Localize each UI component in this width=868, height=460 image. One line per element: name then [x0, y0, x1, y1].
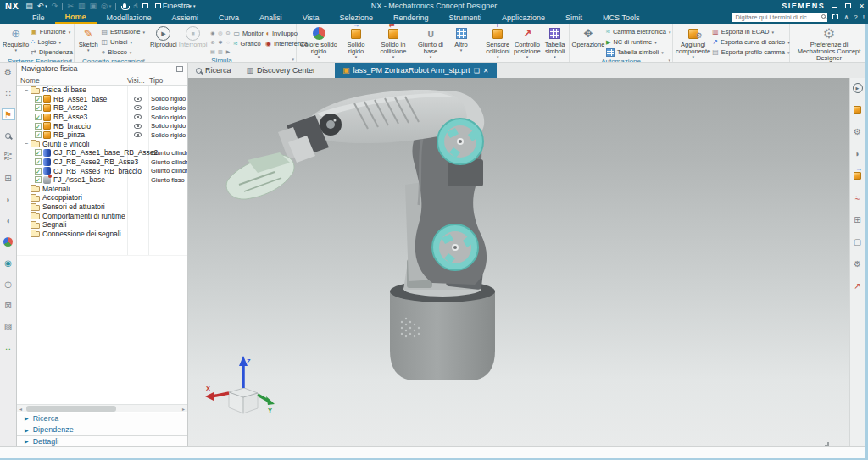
hd3d-tools-icon[interactable]: ◖: [2, 214, 15, 226]
measure-arrow-icon[interactable]: ↗: [852, 280, 864, 291]
tree-row-rb-asse3[interactable]: ✓ RB_Asse3 Solido rigido: [17, 113, 187, 122]
minimize-ribbon-icon[interactable]: ∧: [843, 14, 849, 21]
checkbox-checked[interactable]: ✓: [35, 168, 42, 175]
giunto-di-base-button[interactable]: ∪ Giunto di base▾: [415, 25, 447, 60]
restore-button[interactable]: [845, 3, 851, 10]
cavity-icon[interactable]: ▢: [852, 236, 864, 247]
unisci-button[interactable]: ◫Unisci▾: [101, 37, 145, 47]
history-icon[interactable]: ◷: [2, 278, 15, 290]
visibility-eye-icon[interactable]: [134, 97, 142, 102]
solido-rigido-button[interactable]: Solido rigido▾: [340, 25, 372, 60]
checkbox-checked[interactable]: ✓: [35, 149, 42, 156]
templates-icon[interactable]: ⊠: [2, 299, 15, 311]
solido-in-collisione-button[interactable]: Solido in collisione▾: [374, 25, 413, 60]
reuse-library-icon[interactable]: ◗: [2, 193, 15, 205]
tabella-simboli-auto-button[interactable]: Tabella simboli▾: [606, 47, 670, 57]
checkbox-checked[interactable]: ✓: [35, 131, 42, 138]
funzione-button[interactable]: ▣Funzione▾: [31, 27, 73, 36]
camma-elettronica-button[interactable]: ≈Camma elettronica▾: [606, 27, 670, 36]
minimize-button[interactable]: [832, 3, 837, 10]
sensore-collisioni-button[interactable]: Sensore collisioni▾: [484, 25, 512, 60]
visibility-eye-icon[interactable]: [134, 132, 142, 137]
interrompi-button[interactable]: ■ Interrompi: [179, 25, 208, 48]
menu-tab-analisi[interactable]: Analisi: [249, 12, 292, 24]
tab-ricerca[interactable]: Ricerca: [188, 63, 239, 78]
search-icon[interactable]: [821, 14, 826, 19]
record-icon[interactable]: ◎: [101, 2, 108, 10]
collapse-icon[interactable]: −: [25, 141, 31, 147]
tree-row-materiali[interactable]: Materiali: [17, 185, 187, 194]
save-icon[interactable]: ▤: [25, 2, 33, 10]
tree-row-fj-asse1-base[interactable]: ✓ FJ_Asse1_base Giunto fisso: [17, 175, 187, 185]
colore-solido-rigido-button[interactable]: Colore solido rigido▾: [299, 25, 338, 60]
controllo-posizione-button[interactable]: ↗ Controllo posizione▾: [514, 25, 542, 60]
checkbox-checked[interactable]: ✓: [35, 158, 42, 165]
checkbox-checked[interactable]: ✓: [35, 176, 42, 183]
command-search-input[interactable]: [732, 13, 827, 22]
esporta-profilo-camma-button[interactable]: ▤Esporta profilo camma▾: [712, 47, 790, 57]
tree-row-rb-pinza[interactable]: ✓ RB_pinza Solido rigido: [17, 130, 187, 140]
tree-row-cj1[interactable]: ✓ CJ_RB_Asse1_base_RB_Asse2 Giunto cilin…: [17, 148, 187, 158]
section-dipendenze[interactable]: ▶ Dipendenze: [17, 424, 187, 435]
menu-tab-simit[interactable]: Simit: [555, 12, 593, 24]
menu-tab-applicazione[interactable]: Applicazione: [492, 12, 555, 24]
record-caret-icon[interactable]: ▾: [109, 2, 112, 10]
copy-icon[interactable]: ▥: [78, 2, 86, 10]
scroll-left-icon[interactable]: ◂: [17, 406, 25, 412]
menu-tab-rendering[interactable]: Rendering: [383, 12, 439, 24]
paste-icon[interactable]: ▣: [89, 2, 97, 10]
menu-tab-modellazione[interactable]: Modellazione: [97, 12, 162, 24]
simulate-play-icon[interactable]: ▶: [852, 82, 864, 93]
grafico-button[interactable]: ≈Grafico: [233, 39, 264, 48]
capture-icon[interactable]: ◉: [210, 30, 214, 36]
close-tab-icon[interactable]: ✕: [483, 67, 489, 75]
visibility-eye-icon[interactable]: [134, 114, 142, 119]
tag-icon[interactable]: ▤: [210, 48, 215, 54]
gear-pair-icon[interactable]: ⚙: [852, 126, 864, 137]
checkbox-checked[interactable]: ✓: [35, 123, 42, 130]
scroll-right-icon[interactable]: ▸: [180, 406, 187, 412]
tab-discovery-center[interactable]: ▥ Discovery Center: [239, 63, 324, 78]
menu-tab-assiemi[interactable]: Assiemi: [162, 12, 209, 24]
solid-cube-icon[interactable]: [852, 170, 864, 181]
checkbox-checked[interactable]: ✓: [35, 114, 42, 120]
runtime-behavior-icon[interactable]: ⚙: [852, 258, 864, 269]
redo-icon[interactable]: ↷: [52, 2, 58, 10]
web-browser-icon[interactable]: ◉: [2, 257, 15, 269]
float-tab-icon[interactable]: ❏: [474, 67, 480, 75]
visibility-eye-icon[interactable]: [134, 105, 142, 110]
column-nome[interactable]: Nome: [17, 76, 127, 85]
tree-row-connessione-segnali[interactable]: Connessione dei segnali: [17, 230, 187, 239]
search-navigator-icon[interactable]: [2, 130, 15, 141]
physics-navigator-icon[interactable]: ⚑: [2, 108, 15, 120]
visibility-eye-icon[interactable]: [134, 124, 142, 129]
riproduci-button[interactable]: ▶ Riproduci: [150, 25, 177, 48]
nc-di-runtime-button[interactable]: ▶NC di runtime▾: [606, 37, 670, 47]
menu-tab-curva[interactable]: Curva: [209, 12, 249, 24]
section-dettagli[interactable]: ▶ Dettagli: [17, 435, 187, 447]
signal-chart-icon[interactable]: ≈: [852, 192, 864, 203]
snapshot-icon[interactable]: ◎: [218, 30, 222, 36]
assembly-navigator-icon[interactable]: ∷: [2, 87, 15, 99]
step-icon[interactable]: ◌: [226, 40, 230, 45]
undock-panel-icon[interactable]: [176, 66, 183, 72]
blocco-button[interactable]: ●Blocco▾: [101, 47, 145, 57]
monitor-button[interactable]: ▭Monitor: [233, 29, 264, 38]
undo-icon[interactable]: ↶: [37, 2, 44, 10]
close-button[interactable]: ✕: [859, 3, 865, 10]
tree-row-segnali[interactable]: Segnali: [17, 220, 187, 230]
rigid-body-icon[interactable]: [852, 104, 864, 115]
collision-body-icon[interactable]: ◗: [852, 148, 864, 159]
new-window-icon[interactable]: [142, 2, 148, 10]
logico-button[interactable]: ∴Logico▾: [31, 37, 73, 47]
tree-row-comportamenti-runtime[interactable]: Comportamenti di runtime: [17, 211, 187, 220]
pause-icon[interactable]: ⊘: [210, 39, 214, 45]
tree-row-giunti-e-vincoli[interactable]: − Giunti e vincoli: [17, 140, 187, 149]
graphics-viewport[interactable]: Z X Y: [188, 78, 849, 446]
preferenze-mcd-button[interactable]: ⚙ Preferenze di Mechatronics Concept Des…: [793, 25, 865, 63]
menu-tab-mcs-tools[interactable]: MCS Tools: [593, 12, 649, 24]
checkbox-checked[interactable]: ✓: [35, 104, 42, 111]
aggiungi-componente-button[interactable]: Aggiungi componente▾: [676, 25, 710, 60]
camera-icon[interactable]: ▥: [218, 48, 223, 54]
visual-reports-icon[interactable]: [2, 236, 15, 247]
